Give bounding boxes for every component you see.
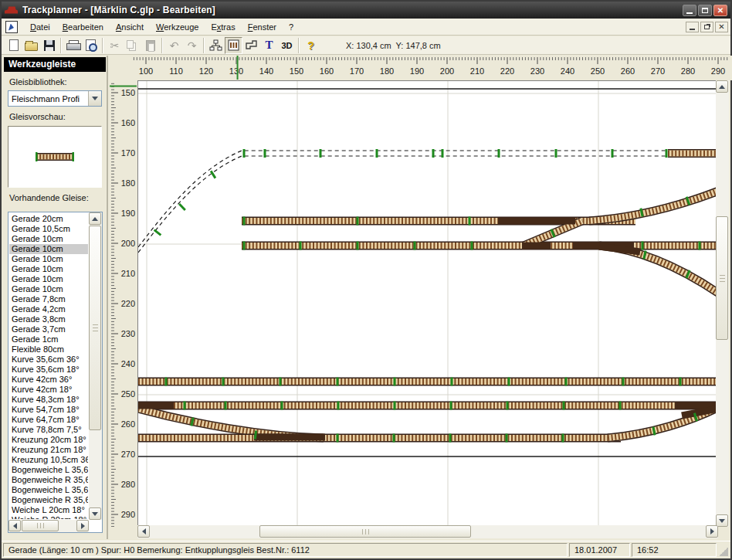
- document-icon[interactable]: [5, 21, 18, 33]
- minimize-button[interactable]: [683, 5, 696, 16]
- list-item[interactable]: Gerade 7,8cm: [9, 294, 88, 304]
- list-item[interactable]: Gerade 10cm: [9, 244, 88, 254]
- track-listbox[interactable]: Gerade 20cmGerade 10,5cmGerade 10cmGerad…: [8, 212, 103, 533]
- canvas-horizontal-scrollbar[interactable]: [137, 525, 718, 538]
- scrollbar-thumb[interactable]: [22, 520, 59, 531]
- mdi-minimize-button[interactable]: [686, 22, 699, 32]
- resize-grip[interactable]: [717, 543, 729, 557]
- scrollbar-thumb[interactable]: [716, 216, 728, 340]
- list-item[interactable]: Bogenweiche R 35,6c: [9, 475, 88, 485]
- app-window: Trackplanner - [Märklin C.glp - Bearbeit…: [0, 0, 732, 560]
- segments-button[interactable]: [242, 37, 260, 54]
- scroll-down-button[interactable]: [89, 507, 101, 520]
- track-piece[interactable]: [599, 246, 719, 294]
- track-library-combobox[interactable]: Fleischmann Profi: [8, 90, 102, 107]
- list-item[interactable]: Bogenweiche L 35,6c: [9, 465, 88, 475]
- close-button[interactable]: ✕: [713, 5, 727, 16]
- menu-werkzeuge[interactable]: Werkzeuge: [150, 20, 205, 34]
- list-item[interactable]: Gerade 10cm: [9, 234, 88, 244]
- print-button[interactable]: [64, 37, 82, 54]
- list-item[interactable]: Gerade 10cm: [9, 254, 88, 264]
- list-item[interactable]: Bogenweiche L 35,6c: [9, 485, 88, 495]
- svg-text:180: 180: [380, 66, 394, 76]
- svg-text:210: 210: [121, 269, 135, 278]
- redo-button[interactable]: ↷: [183, 37, 201, 54]
- list-item[interactable]: Gerade 10cm: [9, 274, 88, 284]
- scrollbar-thumb[interactable]: [259, 525, 471, 538]
- open-button[interactable]: [22, 37, 40, 54]
- save-button[interactable]: [40, 37, 58, 54]
- menu-fenster[interactable]: Fenster: [242, 20, 283, 34]
- paste-button[interactable]: [141, 37, 159, 54]
- scroll-right-button[interactable]: [706, 525, 718, 538]
- scrollbar-thumb[interactable]: [89, 226, 101, 430]
- 3d-view-button[interactable]: 3D: [278, 37, 296, 54]
- minimize-icon: [686, 12, 693, 14]
- list-item[interactable]: Kurve 78,8cm 7,5°: [9, 425, 88, 435]
- track-piece[interactable]: [138, 409, 324, 438]
- help-icon: ?: [307, 39, 314, 52]
- paste-icon: [146, 40, 155, 51]
- list-item[interactable]: Bogenweiche R 35,6c: [9, 495, 88, 505]
- combobox-dropdown-button[interactable]: [88, 91, 101, 106]
- list-item[interactable]: Gerade 10cm: [9, 284, 88, 294]
- list-item[interactable]: Gerade 3,8cm: [9, 314, 88, 324]
- menu-bearbeiten[interactable]: Bearbeiten: [56, 20, 110, 34]
- tool-sidebar: Werkzeugleiste Gleisbibliothek: Fleischm…: [3, 56, 108, 539]
- undo-button[interactable]: ↶: [165, 37, 183, 54]
- list-item[interactable]: Kreuzung 10,5cm 36°: [9, 455, 88, 465]
- scroll-left-button[interactable]: [137, 525, 150, 538]
- mdi-restore-button[interactable]: [700, 22, 713, 32]
- planned-track-dashed[interactable]: [138, 151, 668, 253]
- list-item[interactable]: Gerade 10cm: [9, 264, 88, 274]
- maximize-button[interactable]: [698, 5, 712, 16]
- scroll-right-button[interactable]: [76, 520, 89, 531]
- list-item[interactable]: Gerade 3,7cm: [9, 324, 88, 334]
- structure-view-button[interactable]: [207, 37, 225, 54]
- maximize-icon: [702, 8, 708, 13]
- list-item[interactable]: Kurve 42cm 18°: [9, 385, 88, 395]
- list-item[interactable]: Gerade 20cm: [9, 214, 88, 224]
- combobox-value: Fleischmann Profi: [8, 91, 88, 106]
- mdi-close-button[interactable]: ✕: [715, 22, 728, 32]
- list-item[interactable]: Kurve 42cm 36°: [9, 375, 88, 385]
- svg-text:260: 260: [121, 419, 135, 429]
- help-button[interactable]: ?: [302, 37, 320, 54]
- new-document-icon: [9, 39, 19, 51]
- menu-ansicht[interactable]: Ansicht: [110, 20, 150, 34]
- cut-button[interactable]: ✂: [106, 37, 124, 54]
- svg-text:280: 280: [121, 480, 135, 489]
- menu-items: DateiBearbeitenAnsichtWerkzeugeExtrasFen…: [24, 20, 300, 34]
- track-piece[interactable]: [589, 191, 719, 221]
- list-item[interactable]: Kurve 54,7cm 18°: [9, 405, 88, 415]
- list-horizontal-scrollbar[interactable]: [8, 520, 89, 532]
- canvas-vertical-scrollbar[interactable]: [716, 80, 729, 527]
- copy-button[interactable]: [124, 37, 141, 54]
- print-preview-button[interactable]: [82, 37, 100, 54]
- svg-text:170: 170: [350, 66, 364, 76]
- list-vertical-scrollbar[interactable]: [89, 212, 102, 520]
- new-button[interactable]: [5, 37, 22, 54]
- list-item[interactable]: Weiche L 20cm 18°: [9, 505, 88, 515]
- list-item[interactable]: Flexible 80cm: [9, 344, 88, 355]
- list-item[interactable]: Weiche R 20cm 18°: [9, 515, 88, 519]
- list-item[interactable]: Gerade 10,5cm: [9, 224, 88, 234]
- text-tool-button[interactable]: T: [260, 37, 278, 54]
- menu-datei[interactable]: Datei: [24, 20, 56, 34]
- list-item[interactable]: Kurve 64,7cm 18°: [9, 415, 88, 425]
- list-item[interactable]: Kurve 35,6cm 18°: [9, 365, 88, 375]
- track-plan-canvas[interactable]: [137, 80, 718, 527]
- menu-extras[interactable]: Extras: [205, 20, 241, 34]
- list-item[interactable]: Kreuzung 20cm 18°: [9, 435, 88, 445]
- scroll-left-button[interactable]: [8, 520, 21, 531]
- list-item[interactable]: Kreuzung 21cm 18°: [9, 445, 88, 455]
- text-tool-icon: T: [265, 39, 273, 52]
- list-item[interactable]: Kurve 48,3cm 18°: [9, 395, 88, 405]
- list-item[interactable]: Gerade 1cm: [9, 334, 88, 344]
- track-edit-button[interactable]: [225, 37, 242, 54]
- list-item[interactable]: Kurve 35,6cm 36°: [9, 355, 88, 365]
- scroll-up-button[interactable]: [89, 212, 101, 225]
- list-item[interactable]: Gerade 4,2cm: [9, 304, 88, 314]
- menu-?[interactable]: ?: [283, 20, 300, 34]
- scroll-up-button[interactable]: [716, 80, 728, 93]
